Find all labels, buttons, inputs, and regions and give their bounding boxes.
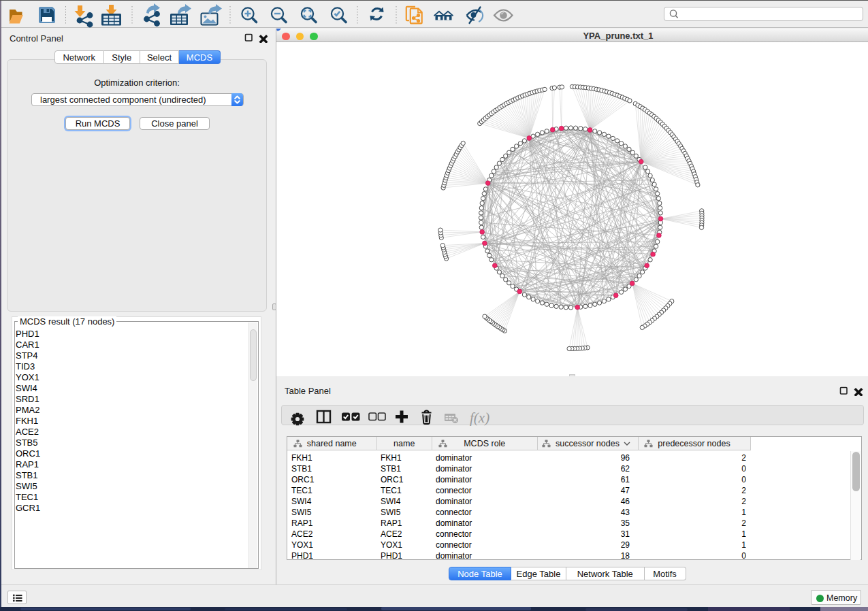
svg-text:f(x): f(x) <box>470 410 489 426</box>
